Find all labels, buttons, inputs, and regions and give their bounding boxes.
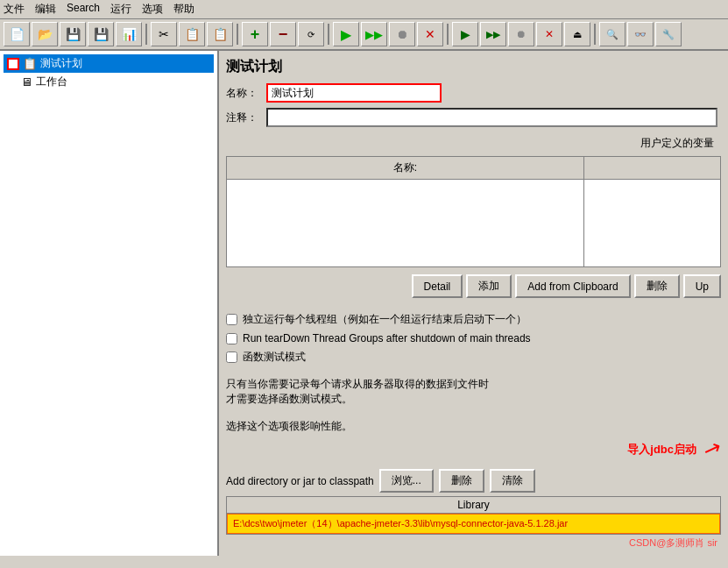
panel-title: 测试计划 xyxy=(226,58,721,76)
run-button[interactable]: ▶ xyxy=(333,22,359,46)
remote-start-all-button[interactable]: ▶▶ xyxy=(480,22,506,46)
menu-options[interactable]: 选项 xyxy=(142,2,163,17)
testplan-icon: 📋 xyxy=(23,57,37,70)
menubar: 文件 编辑 Search 运行 选项 帮助 xyxy=(0,0,728,19)
browse-button[interactable]: 浏览... xyxy=(379,469,434,493)
new-button[interactable]: 📄 xyxy=(4,22,30,46)
red-arrow-icon: ↙ xyxy=(700,435,724,464)
description-area: 只有当你需要记录每个请求从服务器取得的数据到文件时 才需要选择函数测试模式。 选… xyxy=(226,373,721,437)
cut-button[interactable]: ✂ xyxy=(151,22,177,46)
toolbar: 📄 📂 💾 💾 📊 ✂ 📋 📋 + − ⟳ ▶ ▶▶ ⏺ ✕ ▶ ▶▶ ⏺ ✕ … xyxy=(0,19,728,51)
add-button[interactable]: + xyxy=(242,22,268,46)
saveas-button[interactable]: 📊 xyxy=(116,22,142,46)
classpath-label: Add directory or jar to classpath xyxy=(226,475,374,487)
tree-item-workbench[interactable]: 🖥 工作台 xyxy=(18,73,214,91)
testplan-label: 测试计划 xyxy=(40,56,82,71)
comment-row: 注释： xyxy=(226,108,721,127)
var-value-cell xyxy=(583,180,720,267)
checkbox-functional[interactable] xyxy=(226,351,237,363)
stop-now-button[interactable]: ✕ xyxy=(417,22,443,46)
action-buttons-row: Detail 添加 Add from Clipboard 删除 Up xyxy=(226,274,721,298)
save-button[interactable]: 💾 xyxy=(88,22,114,46)
up-button[interactable]: Up xyxy=(683,274,721,298)
help-button[interactable]: 🔍 xyxy=(599,22,626,46)
checkbox-functional-label: 函数测试模式 xyxy=(243,350,306,365)
left-panel: 📋 测试计划 🖥 工作台 xyxy=(0,51,219,556)
variables-row xyxy=(227,180,721,267)
remove-button[interactable]: − xyxy=(270,22,296,46)
menu-edit[interactable]: 编辑 xyxy=(35,2,56,17)
menu-search[interactable]: Search xyxy=(67,2,100,17)
variables-section: 用户定义的变量 名称: xyxy=(226,134,721,267)
run-no-pause-button[interactable]: ▶▶ xyxy=(361,22,387,46)
save-templates-button[interactable]: 💾 xyxy=(60,22,86,46)
remote-stop-all-button[interactable]: ✕ xyxy=(536,22,562,46)
col-name: 名称: xyxy=(227,157,584,180)
separator-1 xyxy=(145,24,147,45)
workbench-label: 工作台 xyxy=(36,75,67,89)
tree-item-testplan[interactable]: 📋 测试计划 xyxy=(4,54,214,73)
name-row: 名称： xyxy=(226,83,721,103)
main-container: 📋 测试计划 🖥 工作台 测试计划 名称： 注释： 用户定义的变量 xyxy=(0,51,728,556)
copy-button[interactable]: 📋 xyxy=(179,22,205,46)
library-item[interactable]: E:\dcs\two\jmeter（14）\apache-jmeter-3.3\… xyxy=(227,514,720,534)
annotation-area: 导入jdbc启动 ↙ xyxy=(226,437,721,462)
help2-button[interactable]: 👓 xyxy=(627,22,654,46)
menu-help[interactable]: 帮助 xyxy=(173,2,194,17)
testplan-checkbox xyxy=(7,58,19,70)
var-name-cell xyxy=(227,180,584,267)
checkboxes-area: 独立运行每个线程组（例如在一个组运行结束后启动下一个） Run tearDown… xyxy=(226,303,721,373)
checkbox-independent-label: 独立运行每个线程组（例如在一个组运行结束后启动下一个） xyxy=(243,312,527,327)
detail-button[interactable]: Detail xyxy=(412,274,463,298)
variables-table: 名称: xyxy=(226,156,721,267)
name-label: 名称： xyxy=(226,86,261,101)
open-button[interactable]: 📂 xyxy=(32,22,58,46)
delete-var-button[interactable]: 删除 xyxy=(634,274,680,298)
workbench-icon: 🖥 xyxy=(21,75,32,89)
menu-file[interactable]: 文件 xyxy=(4,2,25,17)
remote-start-button[interactable]: ▶ xyxy=(452,22,478,46)
checkbox-independent[interactable] xyxy=(226,314,237,325)
separator-3 xyxy=(328,24,329,45)
right-panel: 测试计划 名称： 注释： 用户定义的变量 名称: xyxy=(219,51,728,556)
comment-input[interactable] xyxy=(266,108,717,127)
separator-5 xyxy=(594,24,596,45)
add-from-clipboard-button[interactable]: Add from Clipboard xyxy=(515,274,630,298)
comment-label: 注释： xyxy=(226,110,261,125)
name-input[interactable] xyxy=(266,83,442,103)
menu-run[interactable]: 运行 xyxy=(110,2,131,17)
classpath-delete-button[interactable]: 删除 xyxy=(439,469,484,493)
paste-button[interactable]: 📋 xyxy=(207,22,233,46)
desc-line-1: 只有当你需要记录每个请求从服务器取得的数据到文件时 xyxy=(226,377,721,392)
separator-4 xyxy=(447,24,449,45)
classpath-clear-button[interactable]: 清除 xyxy=(490,469,535,493)
library-section: Library E:\dcs\two\jmeter（14）\apache-jme… xyxy=(226,496,721,535)
separator-2 xyxy=(237,24,238,45)
checkbox-row-1: 独立运行每个线程组（例如在一个组运行结束后启动下一个） xyxy=(226,312,721,327)
checkbox-row-2: Run tearDown Thread Groups after shutdow… xyxy=(226,332,721,344)
col-value xyxy=(583,157,720,180)
clear-button[interactable]: ⟳ xyxy=(298,22,324,46)
remote-stop-button[interactable]: ⏺ xyxy=(508,22,534,46)
annotation-text: 导入jdbc启动 xyxy=(627,442,696,458)
desc-line-4: 选择这个选项很影响性能。 xyxy=(226,419,721,434)
desc-line-2: 才需要选择函数测试模式。 xyxy=(226,392,721,407)
classpath-area: Add directory or jar to classpath 浏览... … xyxy=(226,469,721,493)
watermark: CSDN@多测师肖 sir xyxy=(226,535,721,551)
checkbox-row-3: 函数测试模式 xyxy=(226,350,721,365)
checkbox-teardown-label: Run tearDown Thread Groups after shutdow… xyxy=(243,332,531,344)
remote-exit-button[interactable]: ⏏ xyxy=(564,22,590,46)
help3-button[interactable]: 🔧 xyxy=(655,22,682,46)
add-var-button[interactable]: 添加 xyxy=(466,274,512,298)
library-header: Library xyxy=(227,497,720,514)
stop-button[interactable]: ⏺ xyxy=(389,22,415,46)
checkbox-teardown[interactable] xyxy=(226,333,237,344)
variables-title: 用户定义的变量 xyxy=(226,134,721,153)
